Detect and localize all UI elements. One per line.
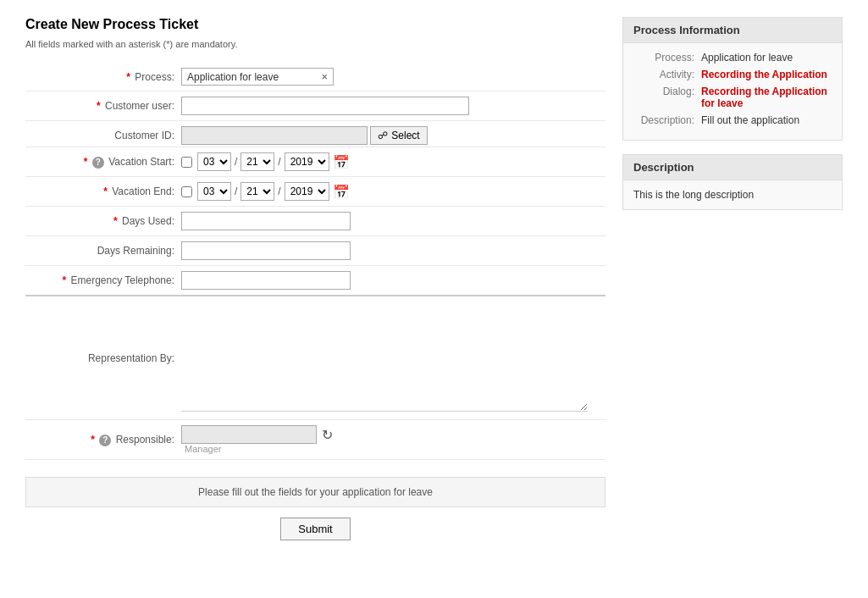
vacation-end-date-group: 010203 040506 070809 101112 / 010203 040… xyxy=(181,182,602,201)
process-tag: Application for leave × xyxy=(181,68,334,86)
process-remove-icon[interactable]: × xyxy=(321,70,328,83)
customer-id-row: Customer ID: ☍ Select xyxy=(25,121,605,147)
notice-bar: Please fill out the fields for your appl… xyxy=(25,477,605,507)
emergency-telephone-row: * Emergency Telephone: xyxy=(25,266,605,296)
representation-by-textarea[interactable] xyxy=(181,302,588,412)
days-used-field-cell xyxy=(178,207,605,236)
responsible-input xyxy=(181,425,317,444)
days-remaining-field-cell xyxy=(178,236,605,266)
customer-user-row: * Customer user: xyxy=(25,91,605,121)
required-star-ve: * xyxy=(103,185,108,197)
required-star: * xyxy=(126,71,130,83)
customer-user-input[interactable] xyxy=(181,97,469,115)
description-long-text: This is the long description xyxy=(623,180,842,209)
days-used-label: * Days Used: xyxy=(25,207,178,236)
sidebar-process-row: Process: Application for leave xyxy=(633,52,832,64)
calendar-icon-start[interactable]: 📅 xyxy=(333,154,350,170)
vacation-start-row: * ? Vacation Start: 010203 040506 070809… xyxy=(25,147,605,177)
date-sep-1: / xyxy=(235,156,237,168)
sidebar-dialog-value: Recording the Application for leave xyxy=(701,86,832,109)
sidebar-description-value: Fill out the application xyxy=(701,114,832,126)
sidebar-activity-row: Activity: Recording the Application xyxy=(633,69,832,80)
submit-area: Submit xyxy=(25,518,605,540)
vacation-start-month[interactable]: 010203 040506 070809 101112 xyxy=(197,152,231,171)
process-row: * Process: Application for leave × xyxy=(25,63,605,91)
customer-id-field-cell: ☍ Select xyxy=(178,121,605,147)
responsible-label: * ? Responsible: xyxy=(25,420,178,460)
responsible-field-cell: ↻ Manager xyxy=(178,420,605,460)
emergency-telephone-label: * Emergency Telephone: xyxy=(25,266,178,296)
calendar-icon-end[interactable]: 📅 xyxy=(333,184,350,200)
submit-button[interactable]: Submit xyxy=(280,518,350,540)
description-box-title: Description xyxy=(623,155,842,180)
sidebar-dialog-row: Dialog: Recording the Application for le… xyxy=(633,86,832,109)
required-star-du: * xyxy=(113,215,118,227)
days-remaining-input[interactable] xyxy=(181,241,351,260)
vacation-start-day[interactable]: 010203 040506 070809 101112 131415 16171… xyxy=(240,152,274,171)
days-remaining-label: Days Remaining: xyxy=(25,236,178,266)
process-field-cell: Application for leave × xyxy=(178,63,605,91)
sidebar-activity-label: Activity: xyxy=(633,69,701,80)
days-used-input[interactable] xyxy=(181,212,351,230)
representation-by-row: Representation By: xyxy=(25,296,605,420)
emergency-telephone-field-cell xyxy=(178,266,605,296)
main-form: Create New Process Ticket All fields mar… xyxy=(25,17,605,540)
responsible-group: ↻ xyxy=(181,425,602,444)
vacation-start-field-cell: 010203 040506 070809 101112 / 010203 040… xyxy=(178,147,605,177)
representation-by-label: Representation By: xyxy=(25,296,178,420)
customer-user-field-cell xyxy=(178,91,605,121)
notice-text: Please fill out the fields for your appl… xyxy=(198,486,433,498)
process-info-title: Process Information xyxy=(623,18,842,43)
customer-user-label: * Customer user: xyxy=(25,91,178,121)
date-sep-3: / xyxy=(235,185,237,197)
vacation-end-year[interactable]: 20172018 201920202021 xyxy=(285,182,329,201)
vacation-end-day[interactable]: 010203 040506 070809 101112 131415 16171… xyxy=(240,182,274,201)
required-star-et: * xyxy=(62,274,66,286)
sidebar-dialog-label: Dialog: xyxy=(633,86,701,109)
page-title: Create New Process Ticket xyxy=(25,17,605,32)
vacation-end-checkbox[interactable] xyxy=(181,186,192,197)
refresh-icon[interactable]: ↻ xyxy=(322,427,333,443)
vacation-end-label: * Vacation End: xyxy=(25,177,178,207)
emergency-telephone-input[interactable] xyxy=(181,271,351,290)
process-label: * Process: xyxy=(25,63,178,91)
manager-hint: Manager xyxy=(181,444,602,454)
days-used-row: * Days Used: xyxy=(25,207,605,236)
representation-by-field-cell xyxy=(178,296,605,420)
select-icon: ☍ xyxy=(378,130,388,141)
process-info-body: Process: Application for leave Activity:… xyxy=(623,43,842,140)
sidebar-process-label: Process: xyxy=(633,52,701,64)
mandatory-note: All fields marked with an asterisk (*) a… xyxy=(25,39,605,49)
help-icon-resp[interactable]: ? xyxy=(99,435,111,446)
process-tag-text: Application for leave xyxy=(187,71,316,83)
vacation-start-checkbox[interactable] xyxy=(181,157,192,168)
vacation-start-date-group: 010203 040506 070809 101112 / 010203 040… xyxy=(181,152,602,171)
required-star-vs: * xyxy=(84,156,88,168)
vacation-start-label: * ? Vacation Start: xyxy=(25,147,178,177)
customer-id-label: Customer ID: xyxy=(25,121,178,147)
vacation-end-field-cell: 010203 040506 070809 101112 / 010203 040… xyxy=(178,177,605,207)
responsible-row: * ? Responsible: ↻ Manager xyxy=(25,420,605,460)
sidebar-process-value: Application for leave xyxy=(701,52,832,64)
select-button[interactable]: ☍ Select xyxy=(370,126,427,145)
required-star-resp: * xyxy=(91,434,95,446)
help-icon-vs[interactable]: ? xyxy=(92,157,104,169)
customer-id-input xyxy=(181,126,368,145)
description-box: Description This is the long description xyxy=(622,154,843,210)
days-remaining-row: Days Remaining: xyxy=(25,236,605,266)
date-sep-4: / xyxy=(278,185,280,197)
form-table: * Process: Application for leave × * Cus… xyxy=(25,63,605,460)
vacation-end-row: * Vacation End: 010203 040506 070809 101… xyxy=(25,177,605,207)
sidebar-description-row: Description: Fill out the application xyxy=(633,114,832,126)
required-star-cu: * xyxy=(97,100,101,112)
process-info-box: Process Information Process: Application… xyxy=(622,17,843,141)
vacation-start-year[interactable]: 20172018 201920202021 xyxy=(285,152,329,171)
vacation-end-month[interactable]: 010203 040506 070809 101112 xyxy=(197,182,231,201)
sidebar-activity-value: Recording the Application xyxy=(701,69,832,80)
sidebar: Process Information Process: Application… xyxy=(622,17,843,540)
sidebar-description-label: Description: xyxy=(633,114,701,126)
date-sep-2: / xyxy=(278,156,280,168)
